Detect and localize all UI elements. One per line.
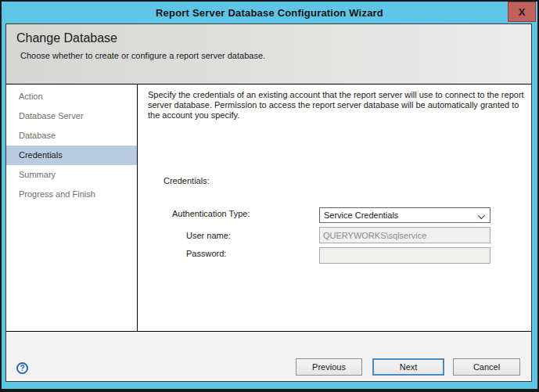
sidebar-item-summary[interactable]: Summary — [6, 165, 137, 185]
help-glyph: ? — [20, 364, 24, 372]
credentials-section-label: Credentials: — [163, 176, 210, 185]
window-title: Report Server Database Configuration Wiz… — [156, 7, 383, 19]
wizard-window: Report Server Database Configuration Wiz… — [0, 0, 539, 392]
titlebar[interactable]: Report Server Database Configuration Wiz… — [0, 2, 539, 23]
page-subtitle: Choose whether to create or configure a … — [20, 51, 531, 60]
panel-description: Specify the credentials of an existing a… — [148, 90, 526, 120]
cancel-button[interactable]: Cancel — [453, 358, 520, 376]
authentication-type-select[interactable]: Service Credentials — [319, 207, 490, 223]
wizard-steps-sidebar: Action Database Server Database Credenti… — [6, 85, 137, 331]
password-field[interactable] — [319, 247, 490, 264]
page-header: Change Database Choose whether to create… — [6, 24, 531, 85]
user-name-field[interactable] — [319, 227, 490, 243]
sidebar-item-progress-and-finish[interactable]: Progress and Finish — [6, 185, 137, 204]
footer-bar: ? Previous Next Cancel — [6, 332, 531, 379]
close-button[interactable]: X — [508, 2, 536, 22]
authentication-type-value: Service Credentials — [324, 210, 398, 220]
dialog-body: Change Database Choose whether to create… — [5, 23, 532, 382]
sidebar-item-database-server[interactable]: Database Server — [6, 106, 137, 126]
page-title: Change Database — [16, 31, 531, 45]
authentication-type-label: Authentication Type: — [172, 209, 250, 218]
sidebar-item-credentials[interactable]: Credentials — [6, 146, 137, 165]
password-label: Password: — [186, 249, 226, 258]
sidebar-item-database[interactable]: Database — [6, 126, 137, 146]
user-name-label: User name: — [186, 231, 231, 240]
next-button[interactable]: Next — [372, 358, 444, 376]
chevron-down-icon — [478, 212, 485, 219]
close-icon: X — [519, 6, 526, 18]
previous-button[interactable]: Previous — [296, 358, 362, 376]
credentials-panel: Specify the credentials of an existing a… — [138, 85, 531, 331]
help-icon[interactable]: ? — [16, 362, 28, 374]
sidebar-item-action[interactable]: Action — [6, 87, 137, 106]
content-area: Action Database Server Database Credenti… — [6, 85, 531, 332]
